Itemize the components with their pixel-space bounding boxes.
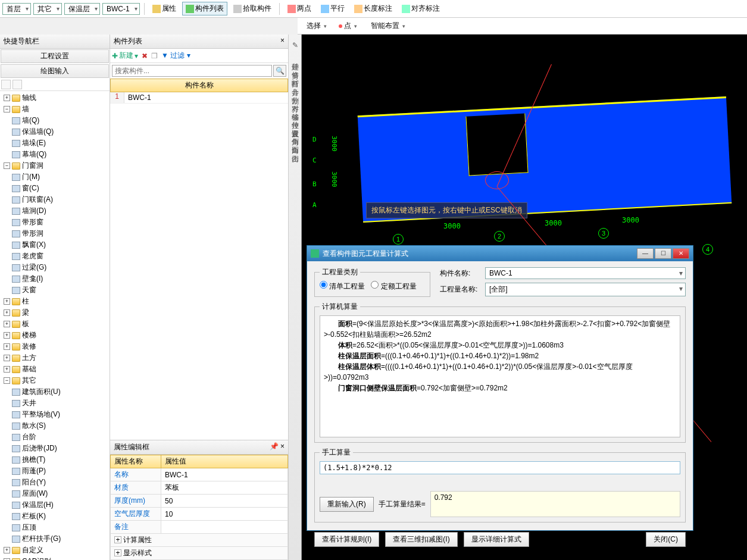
- search-button[interactable]: 🔍: [273, 65, 286, 77]
- tree-dormer[interactable]: 老虎窗: [1, 251, 108, 262]
- reenter-button[interactable]: 重新输入(R): [320, 497, 374, 512]
- prop-material-value[interactable]: 苯板: [161, 481, 288, 495]
- close-button[interactable]: ✕: [673, 248, 689, 259]
- close-tool[interactable]: 闭合: [290, 148, 300, 151]
- tree-wall[interactable]: −墙: [1, 104, 108, 115]
- tree-opening[interactable]: −门窗洞: [1, 160, 108, 171]
- prop-display-group[interactable]: + 显示样式: [111, 547, 288, 560]
- view-calc-rule-button[interactable]: 查看计算规则(I): [314, 532, 379, 547]
- floor-combo[interactable]: 首层: [2, 3, 31, 15]
- tree-custom[interactable]: +自定义: [1, 545, 108, 556]
- tree-handrail[interactable]: 栏杆扶手(G): [1, 533, 108, 545]
- tree-balcony[interactable]: 阳台(Y): [1, 477, 108, 488]
- tree-patio[interactable]: 天井: [1, 398, 108, 409]
- close-icon[interactable]: ×: [280, 36, 285, 46]
- tree-axis[interactable]: +轴线: [1, 92, 108, 104]
- tree-door[interactable]: 门(M): [1, 171, 108, 183]
- tree-apron[interactable]: 散水(S): [1, 420, 108, 431]
- tree-lintel[interactable]: 过梁(G): [1, 262, 108, 273]
- brush-icon[interactable]: ✎: [291, 39, 299, 51]
- tree-column[interactable]: +柱: [1, 296, 108, 307]
- new-button[interactable]: ✚新建 ▾: [112, 51, 138, 61]
- maximize-button[interactable]: ☐: [655, 248, 671, 259]
- tree-strip-window[interactable]: 带形窗: [1, 217, 108, 228]
- tree-strip-hole[interactable]: 带形洞: [1, 228, 108, 239]
- grip-tool[interactable]: 设置夹点: [290, 123, 300, 126]
- point-tool-button[interactable]: 点: [335, 19, 361, 33]
- tree-coping[interactable]: 压顶: [1, 522, 108, 533]
- tree-railing-board[interactable]: 栏板(K): [1, 511, 108, 522]
- close-icon[interactable]: ×: [280, 442, 285, 450]
- section-project-settings[interactable]: 工程设置: [1, 49, 109, 63]
- tree-wall-pier[interactable]: 墙垛(E): [1, 137, 108, 149]
- component-row[interactable]: 1 BWC-1: [110, 92, 288, 104]
- tree-slab[interactable]: +板: [1, 318, 108, 330]
- fillet-tool[interactable]: 圆角: [290, 139, 300, 143]
- filter-button[interactable]: ▼ 过滤 ▾: [161, 51, 190, 61]
- expand-all-icon[interactable]: [1, 80, 11, 89]
- tree-roof[interactable]: 屋面(W): [1, 488, 108, 499]
- align-tool[interactable]: 对齐: [290, 98, 300, 101]
- select-tool-button[interactable]: 选择: [302, 19, 331, 33]
- align-dim-button[interactable]: 对齐标注: [398, 2, 443, 15]
- tree-niche[interactable]: 壁龛(I): [1, 273, 108, 284]
- split-tool[interactable]: 分割: [290, 89, 300, 93]
- calc-text-area[interactable]: 面积=(9<保温层原始长度>*3<保温层高度>)<原始面积>+1.98<加柱外露…: [320, 315, 680, 437]
- section-draw-input[interactable]: 绘图输入: [1, 64, 109, 78]
- component-list-button[interactable]: 构件列表: [182, 2, 227, 15]
- search-input[interactable]: [112, 65, 272, 77]
- tree-other[interactable]: −其它: [1, 375, 108, 386]
- length-dim-button[interactable]: 长度标注: [351, 2, 396, 15]
- parallel-button[interactable]: 平行: [317, 2, 348, 15]
- break-tool[interactable]: 打断: [290, 73, 300, 76]
- show-detail-button[interactable]: 显示详细计算式: [464, 532, 529, 547]
- tree-steps[interactable]: 台阶: [1, 431, 108, 443]
- tree-door-window[interactable]: 门联窗(A): [1, 194, 108, 205]
- tree-foundation[interactable]: +基础: [1, 364, 108, 375]
- tree-window[interactable]: 窗(C): [1, 183, 108, 194]
- delete-button[interactable]: ✖: [142, 52, 148, 60]
- manual-formula-input[interactable]: [320, 461, 680, 474]
- tree-insulation-layer[interactable]: 保温层(H): [1, 499, 108, 511]
- tree-curtain-wall[interactable]: 幕墙(Q): [1, 149, 108, 160]
- component-combo[interactable]: BWC-1: [102, 3, 140, 15]
- prop-thickness-value[interactable]: 50: [161, 495, 288, 508]
- window-opening[interactable]: [465, 113, 528, 176]
- tree-wall-hole[interactable]: 墙洞(D): [1, 205, 108, 217]
- norm-qty-radio[interactable]: 定额工程量: [371, 282, 416, 290]
- offset-tool[interactable]: 偏移: [290, 106, 300, 110]
- view-3d-button[interactable]: 查看三维扣减图(I): [385, 532, 457, 547]
- tree-earthwork[interactable]: +土方: [1, 352, 108, 364]
- copy-button[interactable]: ❐: [151, 52, 158, 60]
- smart-layout-button[interactable]: 智能布置: [365, 19, 410, 33]
- subcategory-combo[interactable]: 保温层: [64, 3, 100, 15]
- two-point-button[interactable]: 两点: [284, 2, 315, 15]
- tree-building-area[interactable]: 建筑面积(U): [1, 386, 108, 398]
- tree-canopy[interactable]: 雨蓬(P): [1, 465, 108, 477]
- tree-beam[interactable]: +梁: [1, 307, 108, 318]
- component-name-combo[interactable]: BWC-1: [485, 267, 686, 279]
- extend-tool[interactable]: 延伸: [290, 56, 300, 60]
- bill-qty-radio[interactable]: 清单工程量: [320, 282, 365, 290]
- dialog-titlebar[interactable]: 查看构件图元工程量计算式 — ☐ ✕: [307, 246, 693, 261]
- category-combo[interactable]: 其它: [33, 3, 62, 15]
- prop-name-value[interactable]: BWC-1: [161, 468, 288, 481]
- tree-stair[interactable]: +楼梯: [1, 330, 108, 341]
- chamfer-tool[interactable]: 倒角: [290, 131, 300, 134]
- close-dialog-button[interactable]: 关闭(C): [646, 532, 686, 547]
- merge-tool[interactable]: 合并: [290, 81, 300, 85]
- trim-tool[interactable]: 修剪: [290, 64, 300, 68]
- pick-component-button[interactable]: 拾取构件: [230, 2, 275, 15]
- tree-skylight[interactable]: 天窗: [1, 284, 108, 296]
- tree-decoration[interactable]: +装修: [1, 341, 108, 352]
- tree-eaves[interactable]: 挑檐(T): [1, 454, 108, 465]
- minimize-button[interactable]: —: [637, 248, 654, 259]
- tree-site-level[interactable]: 平整场地(V): [1, 409, 108, 420]
- quantity-name-combo[interactable]: [全部]: [485, 283, 686, 296]
- prop-airlayer-value[interactable]: 10: [161, 508, 288, 521]
- tree-post-cast[interactable]: 后浇带(JD): [1, 443, 108, 454]
- stretch-tool[interactable]: 拉伸: [290, 114, 300, 118]
- tree-wall-q[interactable]: 墙(Q): [1, 115, 108, 126]
- collapse-all-icon[interactable]: [12, 80, 22, 89]
- prop-remark-value[interactable]: [161, 521, 288, 534]
